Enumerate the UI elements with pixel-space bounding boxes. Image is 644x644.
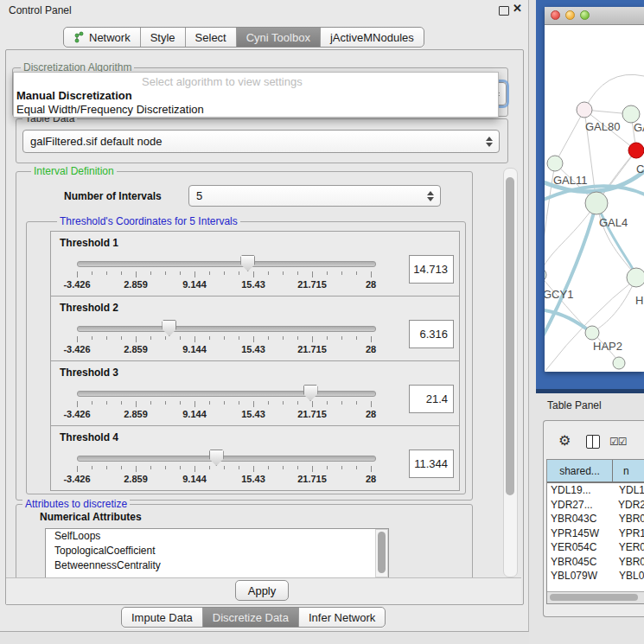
num-intervals-spinner[interactable]: 5 [188, 185, 441, 207]
tick [327, 336, 328, 340]
tick [150, 401, 151, 405]
close-traffic-light[interactable] [551, 10, 560, 20]
tick [371, 466, 372, 472]
tick [194, 401, 195, 407]
attributes-list[interactable]: SelfLoopsTopologicalCoefficientBetweenne… [45, 528, 389, 578]
table-cell[interactable]: YPR145W [547, 526, 619, 541]
popup-item-manual-discretization[interactable]: Manual Discretization [16, 89, 132, 102]
threshold-value-field[interactable]: 21.4 [409, 385, 454, 413]
table-row[interactable]: YER054CYER0 [547, 540, 644, 555]
table-cell[interactable]: YDL19... [547, 483, 619, 498]
num-intervals-value: 5 [196, 189, 202, 202]
tab-network[interactable]: Network [64, 28, 141, 47]
float-window-icon[interactable] [499, 6, 509, 16]
threshold-slider-track[interactable] [77, 456, 376, 462]
table-horizontal-scrollbar[interactable] [547, 591, 644, 603]
node-red-selected[interactable] [628, 143, 644, 158]
threshold-value-field[interactable]: 14.713 [409, 255, 454, 284]
table-row[interactable]: YBR045CYBR0 [547, 555, 644, 570]
table-cell[interactable]: YBL0 [619, 569, 644, 579]
tab-impute-data[interactable]: Impute Data [122, 608, 203, 627]
table-hscrollbar-thumb[interactable] [550, 594, 638, 601]
tick [77, 466, 78, 472]
node-gcy1[interactable] [545, 268, 546, 282]
tab-jactivemnodules[interactable]: jActiveMNodules [321, 28, 424, 47]
table-row[interactable]: YBL079WYBL0 [547, 569, 644, 579]
attributes-scrollbar-thumb[interactable] [378, 532, 386, 573]
table-row[interactable]: YBR043CYBR0 [547, 512, 644, 526]
tick [327, 271, 328, 275]
tick [297, 271, 298, 275]
table-cell[interactable]: YPR1 [619, 526, 644, 541]
split-columns-icon[interactable] [586, 435, 600, 449]
threshold-label: Threshold 3 [60, 367, 118, 379]
node-gal80[interactable] [577, 102, 592, 118]
attributes-list-scrollbar[interactable] [375, 529, 388, 577]
gear-icon[interactable]: ⚙ [558, 434, 571, 448]
attribute-list-item[interactable]: BetweennessCentrality [46, 558, 388, 573]
table-cell[interactable]: YBR0 [619, 512, 644, 526]
tab-discretize-data[interactable]: Discretize Data [203, 608, 299, 627]
tab-cyni-toolbox[interactable]: Cyni Toolbox [237, 28, 321, 47]
threshold-slider-thumb[interactable] [303, 385, 318, 401]
table-cell[interactable]: YDL1 [619, 483, 644, 498]
table-row[interactable]: YDL19...YDL1 [547, 483, 644, 498]
tick [121, 336, 122, 340]
attribute-list-item[interactable]: TopologicalCoefficient [46, 544, 388, 558]
settings-scrollbar[interactable] [503, 168, 518, 577]
network-window-titlebar[interactable] [545, 7, 644, 25]
table-cell[interactable]: YBR0 [619, 555, 644, 570]
threshold-value-field[interactable]: 11.344 [409, 450, 454, 478]
threshold-slider-thumb[interactable] [209, 450, 224, 466]
node-gal11[interactable] [547, 156, 563, 171]
tick [92, 336, 92, 340]
column-header-shared-name[interactable]: shared... [547, 460, 613, 481]
threshold-slider-track[interactable] [77, 261, 376, 267]
table-cell[interactable]: YER0 [619, 540, 644, 555]
num-intervals-label: Number of Intervals [64, 190, 162, 202]
node-hap2[interactable] [585, 326, 599, 340]
zoom-traffic-light[interactable] [580, 10, 590, 20]
threshold-slider-thumb[interactable] [162, 320, 176, 336]
table-cell[interactable]: YDR27... [547, 498, 618, 513]
column-checkboxes-icon[interactable]: ☑☑ [609, 436, 627, 448]
table-cell[interactable]: YER054C [547, 540, 619, 555]
node-gal-cut[interactable] [622, 105, 640, 123]
table-cell[interactable]: YBR045C [547, 555, 619, 570]
tab-style-label: Style [150, 31, 175, 44]
tick [92, 401, 92, 405]
popup-item-equal-width[interactable]: Equal Width/Frequency Discretization [16, 103, 204, 116]
threshold-slider-track[interactable] [77, 326, 376, 332]
table-row[interactable]: YPR145WYPR1 [547, 526, 644, 541]
node-h-cut[interactable] [627, 268, 644, 287]
table-rows: YDL19...YDL1YDR27...YDR2YBR043CYBR0YPR14… [547, 483, 644, 579]
table-data-combobox[interactable]: galFiltered.sif default node [22, 130, 500, 153]
network-nodes[interactable] [545, 102, 644, 369]
threshold-slider-track[interactable] [77, 391, 376, 397]
tick [239, 271, 239, 275]
minimize-traffic-light[interactable] [565, 10, 575, 20]
attribute-list-item[interactable]: SelfLoops [46, 529, 388, 544]
table-row[interactable]: YDR27...YDR2 [547, 498, 644, 513]
tab-style[interactable]: Style [141, 28, 186, 47]
popup-hint[interactable]: Select algorithm to view settings [142, 75, 303, 88]
label-c-cut: C [636, 163, 644, 175]
settings-scrollbar-thumb[interactable] [506, 177, 514, 495]
table-cell[interactable]: YBR043C [547, 512, 619, 526]
table-cell[interactable]: YDR2 [618, 498, 644, 513]
apply-button[interactable]: Apply [235, 580, 289, 601]
table-cell[interactable]: YBL079W [547, 569, 619, 579]
threshold-value-field[interactable]: 6.316 [409, 320, 454, 348]
threshold-slider-thumb[interactable] [240, 255, 255, 271]
thresholds-group-label: Threshold's Coordinates for 5 Intervals [57, 215, 240, 227]
label-hap2: HAP2 [593, 340, 622, 353]
node-gal4[interactable] [585, 192, 608, 214]
network-canvas[interactable]: GAL80 GA GAL11 C GAL4 GCY1 H HAP2 [545, 24, 644, 372]
tab-infer-network[interactable]: Infer Network [299, 608, 385, 627]
column-header-name[interactable]: n [613, 460, 644, 481]
tab-select[interactable]: Select [186, 28, 237, 47]
screenshot-root: Control Panel ✕ Network Style Select Cyn… [0, 0, 644, 644]
close-icon[interactable]: ✕ [513, 2, 522, 15]
tick [136, 336, 137, 342]
node-bottom-partial[interactable] [613, 357, 625, 369]
